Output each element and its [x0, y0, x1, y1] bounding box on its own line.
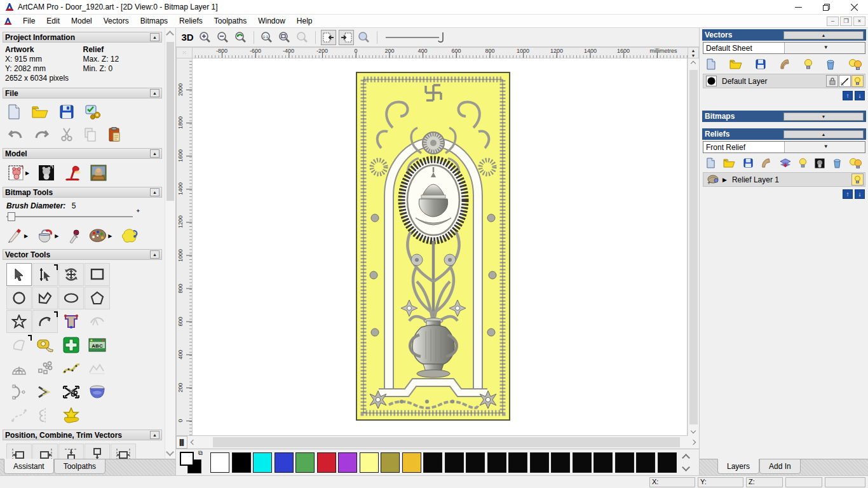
vector-layer-row[interactable]: Default Layer	[703, 74, 865, 88]
palette-swatch[interactable]	[466, 452, 485, 473]
paste-along-curve-tool[interactable]	[58, 357, 84, 380]
view-3d-button[interactable]: 3D	[180, 30, 195, 45]
scrollbar-thumb[interactable]	[166, 42, 174, 201]
undo-icon[interactable]	[8, 129, 23, 140]
menu-reliefs[interactable]: Reliefs	[173, 15, 208, 27]
save-model-icon[interactable]	[60, 105, 74, 119]
create-ellipse-tool[interactable]	[58, 287, 84, 309]
palette-swatch[interactable]	[295, 452, 315, 473]
zoom-out-icon[interactable]	[215, 30, 231, 45]
move-layer-up-button[interactable]: ↑	[843, 189, 853, 199]
minimize-button[interactable]	[784, 0, 812, 14]
select-vectors-tool[interactable]	[6, 263, 32, 286]
dropdown-arrow-icon[interactable]: ▼	[784, 142, 865, 152]
move-layer-up-button[interactable]: ↑	[843, 91, 853, 100]
show-all-layers-icon[interactable]	[848, 58, 862, 70]
zoom-previous-icon[interactable]	[233, 30, 248, 45]
new-relief-icon[interactable]	[706, 158, 715, 168]
door-relief-artwork[interactable]	[356, 72, 510, 421]
layer-colour-swatch[interactable]	[706, 76, 717, 86]
palette-swatch[interactable]	[253, 452, 272, 473]
align-left-tool[interactable]	[6, 444, 32, 459]
expand-layer-icon[interactable]: ▶	[722, 177, 727, 183]
delete-relief-icon[interactable]	[833, 158, 841, 168]
create-vector-boundary-tool[interactable]	[58, 404, 84, 427]
toggle-bitmap-visibility-button[interactable]	[321, 30, 336, 45]
create-arc-tool[interactable]	[32, 310, 58, 333]
mdi-close-button[interactable]: ×	[853, 17, 865, 26]
create-rectangle-tool[interactable]	[85, 263, 110, 286]
create-text-tool[interactable]	[58, 310, 84, 333]
fillet-tool[interactable]	[85, 381, 110, 403]
scroll-down-icon[interactable]	[166, 448, 174, 456]
relief-layer-row[interactable]: + ▶ Relief Layer 1	[703, 172, 865, 187]
move-layer-down-button[interactable]: ↓	[855, 91, 865, 100]
dropdown-arrow-icon[interactable]: ▼	[784, 43, 865, 53]
expand-button[interactable]: ▼	[783, 112, 864, 121]
save-relief-icon[interactable]	[743, 158, 753, 168]
offset-vectors-tool[interactable]	[32, 381, 58, 403]
transform-vectors-tool[interactable]	[58, 263, 84, 286]
palette-swatch[interactable]	[615, 452, 634, 473]
relief-visibility-icon[interactable]	[799, 158, 807, 168]
scrollbar-thumb[interactable]	[689, 70, 698, 424]
open-vectors-icon[interactable]	[729, 59, 742, 69]
join-vectors-tool[interactable]	[6, 404, 32, 427]
copy-icon[interactable]	[84, 128, 97, 142]
zoom-in-icon[interactable]	[198, 30, 213, 45]
mirror-vectors-tool[interactable]	[32, 404, 58, 427]
close-button[interactable]	[840, 0, 868, 14]
create-polyline-tool[interactable]	[32, 287, 58, 309]
node-editing-tool[interactable]	[32, 263, 58, 286]
collapse-button[interactable]: ▲	[150, 89, 159, 97]
scroll-left-icon[interactable]	[191, 440, 196, 445]
scroll-up-icon[interactable]	[682, 454, 690, 462]
preview-relief-icon[interactable]	[356, 30, 372, 45]
reduce-colours-icon[interactable]	[121, 228, 139, 243]
model-2d-view[interactable]	[193, 58, 688, 436]
palette-swatch[interactable]	[573, 452, 592, 473]
toggle-visibility-icon[interactable]	[804, 58, 813, 70]
layer-visibility-icon[interactable]	[851, 75, 864, 87]
load-image-icon[interactable]	[90, 165, 107, 181]
open-model-icon[interactable]	[32, 105, 48, 119]
text-abc-tool[interactable]: ABC	[85, 334, 110, 356]
tab-assistant[interactable]: Assistant	[4, 459, 54, 474]
merge-relief-icon[interactable]	[761, 158, 771, 168]
scroll-up-icon[interactable]	[691, 61, 696, 66]
palette-swatch[interactable]	[530, 452, 549, 473]
palette-swatch[interactable]	[658, 452, 677, 473]
redo-icon[interactable]	[34, 129, 50, 140]
collapse-button[interactable]: ▲	[150, 33, 159, 41]
collapse-button[interactable]: ▲	[783, 31, 864, 39]
create-star-tool[interactable]	[6, 310, 32, 333]
collapse-button[interactable]: ▲	[150, 188, 159, 196]
merge-vectors-icon[interactable]	[779, 58, 790, 70]
align-centre-tool[interactable]	[111, 444, 136, 459]
palette-swatch[interactable]	[636, 452, 655, 473]
palette-swatch[interactable]	[275, 452, 294, 473]
palette-swatch[interactable]	[360, 452, 379, 473]
palette-swatch[interactable]	[402, 452, 421, 473]
align-bottom-tool[interactable]	[85, 444, 110, 459]
slider-thumb[interactable]	[8, 212, 15, 221]
palette-swatch[interactable]	[381, 452, 400, 473]
edit-layer-icon[interactable]	[839, 75, 851, 87]
paste-icon[interactable]	[108, 127, 121, 142]
collapse-button[interactable]: ▲	[150, 250, 159, 259]
contrast-slider[interactable]	[383, 30, 452, 45]
paint-icon[interactable]	[8, 229, 23, 243]
move-layer-down-button[interactable]: ↓	[855, 189, 865, 199]
tab-add-in[interactable]: Add In	[759, 459, 801, 474]
zoom-object-icon[interactable]	[295, 30, 310, 45]
menu-toolpaths[interactable]: Toolpaths	[208, 15, 252, 27]
collapse-button[interactable]: ▲	[150, 431, 159, 439]
wrap-text-tool[interactable]	[85, 310, 110, 333]
canvas-vertical-scrollbar[interactable]	[688, 58, 699, 436]
set-model-size-icon[interactable]	[8, 165, 24, 181]
lighting-icon[interactable]	[64, 165, 81, 181]
menu-help[interactable]: Help	[291, 15, 318, 27]
tab-layers[interactable]: Layers	[717, 459, 759, 474]
transfer-relief-icon[interactable]	[780, 158, 791, 168]
align-top-tool[interactable]	[58, 444, 84, 459]
